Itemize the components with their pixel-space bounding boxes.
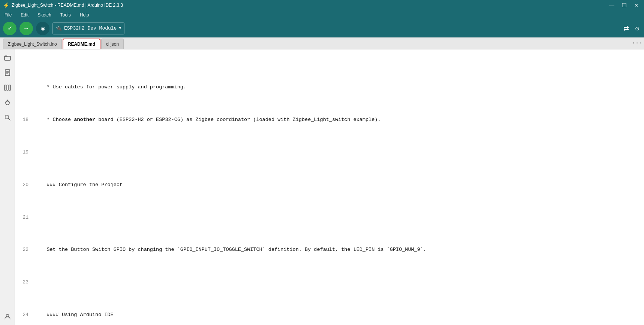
menu-file[interactable]: File: [3, 12, 13, 18]
code-line-24: 24 #### Using Arduino IDE: [15, 311, 644, 319]
menu-edit[interactable]: Edit: [19, 12, 30, 18]
toolbar-right: ⇄ ⊙: [622, 23, 641, 34]
debugger-button[interactable]: ◉: [36, 22, 49, 35]
svg-line-10: [5, 102, 6, 103]
toolbar: ✓ → ◉ 🔌 ESP32H2 Dev Module ▼ ⇄ ⊙: [0, 19, 644, 37]
svg-rect-6: [7, 85, 8, 90]
code-line-20: 20 ### Configure the Project: [15, 181, 644, 189]
verify-button[interactable]: ✓: [3, 22, 16, 35]
code-line-top: * Use cables for power supply and progra…: [15, 83, 644, 91]
sidebar-search-icon[interactable]: [2, 112, 13, 123]
menu-sketch[interactable]: Sketch: [36, 12, 53, 18]
tab-readme-md[interactable]: README.md: [63, 39, 100, 49]
menu-bar: File Edit Sketch Tools Help: [0, 10, 644, 19]
code-line-18: 18 * Choose another board (ESP32-H2 or E…: [15, 116, 644, 124]
window-title: Zigbee_Light_Switch - README.md | Arduin…: [12, 3, 123, 8]
tab-bar: Zigbee_Light_Switch.ino README.md ci.jso…: [0, 37, 644, 49]
svg-line-11: [9, 102, 10, 103]
code-line-23: 23: [15, 278, 644, 286]
sidebar: [0, 49, 15, 325]
code-line-19: 19: [15, 148, 644, 157]
upload-button[interactable]: →: [19, 22, 33, 35]
svg-line-15: [8, 119, 10, 121]
serial-monitor-button[interactable]: ⇄: [622, 23, 631, 34]
app-icon: ⚡: [3, 2, 9, 8]
tab-zigbee-ino[interactable]: Zigbee_Light_Switch.ino: [3, 39, 62, 49]
board-icon: 🔌: [56, 25, 62, 31]
code-content: * Use cables for power supply and progra…: [15, 49, 644, 325]
code-area[interactable]: * Use cables for power supply and progra…: [15, 49, 644, 325]
tab-more-button[interactable]: ···: [632, 40, 643, 46]
sidebar-user-icon[interactable]: [2, 312, 13, 322]
sidebar-folder-icon[interactable]: [2, 52, 13, 63]
sidebar-library-icon[interactable]: [2, 82, 13, 93]
title-bar-left: ⚡ Zigbee_Light_Switch - README.md | Ardu…: [3, 2, 123, 8]
title-bar-controls[interactable]: — ❐ ✕: [607, 1, 641, 9]
tab-ci-json[interactable]: ci.json: [101, 39, 124, 49]
svg-rect-7: [9, 85, 10, 90]
main-area: * Use cables for power supply and progra…: [0, 49, 644, 325]
minimize-button[interactable]: —: [607, 1, 617, 9]
tab-ci-json-label: ci.json: [106, 42, 119, 47]
menu-help[interactable]: Help: [78, 12, 91, 18]
sidebar-file-icon[interactable]: [2, 67, 13, 78]
code-line-21: 21: [15, 213, 644, 222]
title-bar: ⚡ Zigbee_Light_Switch - README.md | Ardu…: [0, 0, 644, 10]
board-label: ESP32H2 Dev Module: [64, 25, 117, 31]
maximize-button[interactable]: ❐: [620, 1, 629, 9]
board-dropdown-icon: ▼: [119, 26, 121, 30]
sidebar-debug-icon[interactable]: [2, 97, 13, 108]
close-button[interactable]: ✕: [632, 1, 641, 9]
svg-rect-5: [4, 85, 6, 90]
tab-readme-md-label: README.md: [68, 42, 95, 47]
menu-tools[interactable]: Tools: [59, 12, 72, 18]
board-selector[interactable]: 🔌 ESP32H2 Dev Module ▼: [52, 22, 124, 34]
code-line-22: 22 Set the Button Switch GPIO by changin…: [15, 246, 644, 254]
tab-zigbee-ino-label: Zigbee_Light_Switch.ino: [8, 42, 57, 47]
serial-plotter-button[interactable]: ⊙: [634, 24, 641, 33]
